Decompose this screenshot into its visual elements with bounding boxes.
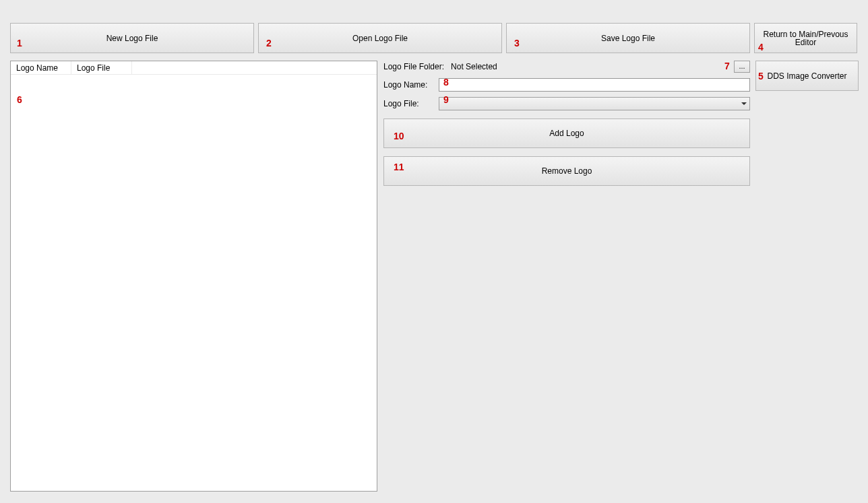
save-logo-file-button[interactable]: Save Logo File <box>506 23 750 53</box>
new-logo-file-button[interactable]: New Logo File <box>10 23 254 53</box>
logo-list-body[interactable] <box>11 75 377 491</box>
top-toolbar: New Logo File Open Logo File Save Logo F… <box>10 23 857 53</box>
column-header-logo-name[interactable]: Logo Name <box>11 61 71 74</box>
logo-list-header: Logo Name Logo File <box>11 61 377 75</box>
logo-folder-row: Logo File Folder: Not Selected ... <box>383 61 750 73</box>
browse-folder-button[interactable]: ... <box>734 61 750 73</box>
logo-list-panel: Logo Name Logo File <box>10 61 377 492</box>
right-toolbar: DDS Image Converter <box>755 61 859 91</box>
column-header-logo-file[interactable]: Logo File <box>71 61 132 74</box>
chevron-down-icon <box>741 102 747 105</box>
logo-file-combo[interactable] <box>439 97 750 110</box>
dds-image-converter-button[interactable]: DDS Image Converter <box>755 61 859 91</box>
logo-name-label: Logo Name: <box>383 80 439 90</box>
column-header-spacer <box>132 61 377 74</box>
logo-name-input[interactable] <box>439 78 750 92</box>
logo-file-label: Logo File: <box>383 99 439 108</box>
logo-name-row: Logo Name: <box>383 78 750 92</box>
logo-file-row: Logo File: <box>383 97 750 110</box>
add-logo-button[interactable]: Add Logo <box>383 119 750 148</box>
return-editor-button[interactable]: Return to Main/Prevous Editor <box>754 23 857 53</box>
logo-form: Logo File Folder: Not Selected ... Logo … <box>383 61 750 186</box>
logo-folder-label: Logo File Folder: <box>383 62 447 71</box>
remove-logo-button[interactable]: Remove Logo <box>383 156 750 186</box>
app-root: New Logo File Open Logo File Save Logo F… <box>0 0 868 503</box>
open-logo-file-button[interactable]: Open Logo File <box>258 23 502 53</box>
logo-folder-value: Not Selected <box>451 62 734 71</box>
